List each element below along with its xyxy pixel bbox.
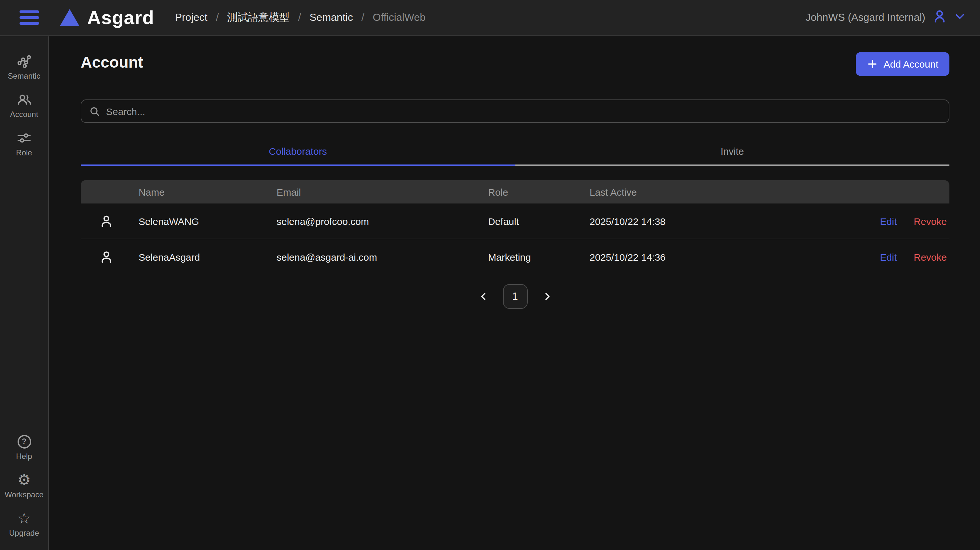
- sidebar-item-account[interactable]: Account: [0, 86, 48, 125]
- help-icon: ?: [17, 434, 31, 449]
- breadcrumb-item-semantic[interactable]: Semantic: [309, 12, 353, 24]
- sidebar-label-upgrade: Upgrade: [9, 529, 39, 538]
- sidebar-label-workspace: Workspace: [5, 490, 44, 499]
- column-header-email: Email: [277, 186, 488, 197]
- accounts-table: Name Email Role Last Active SelenaWANG s…: [81, 180, 950, 275]
- table-row: SelenaWANG selena@profcoo.com Default 20…: [81, 203, 950, 239]
- breadcrumb: Project / 測試語意模型 / Semantic / OfficialWe…: [175, 11, 426, 24]
- breadcrumb-item-officialweb: OfficialWeb: [373, 12, 426, 24]
- sidebar-label-account: Account: [10, 110, 38, 119]
- cell-role: Default: [488, 216, 590, 227]
- plus-icon: [867, 59, 878, 70]
- cell-name: SelenaWANG: [138, 216, 277, 227]
- sidebar-item-role[interactable]: Role: [0, 125, 48, 163]
- sidebar-item-semantic[interactable]: Semantic: [0, 48, 48, 86]
- brand[interactable]: Asgard: [60, 7, 154, 28]
- user-menu[interactable]: JohnWS (Asgard Internal): [806, 8, 966, 27]
- cell-last-active: 2025/10/22 14:38: [590, 216, 865, 227]
- asgard-logo-icon: [60, 9, 80, 26]
- star-icon: ☆: [17, 510, 30, 526]
- search-box: [81, 100, 950, 123]
- chevron-down-icon[interactable]: [954, 10, 966, 25]
- user-icon: [932, 8, 947, 27]
- people-icon: [16, 92, 32, 107]
- page-number-button[interactable]: 1: [503, 284, 527, 309]
- next-page-icon[interactable]: [542, 291, 552, 302]
- user-label: JohnWS (Asgard Internal): [806, 12, 925, 24]
- topbar: Asgard Project / 測試語意模型 / Semantic / Off…: [0, 0, 980, 36]
- breadcrumb-item-project[interactable]: Project: [175, 12, 208, 24]
- app-root: Asgard Project / 測試語意模型 / Semantic / Off…: [0, 0, 980, 550]
- sidebar-bottom-group: ? Help ⚙ Workspace ☆ Upgrade: [0, 428, 48, 544]
- sliders-icon: [16, 130, 32, 146]
- column-header-last-active: Last Active: [590, 186, 865, 197]
- sidebar-label-semantic: Semantic: [8, 71, 40, 81]
- search-icon: [89, 106, 100, 117]
- cell-last-active: 2025/10/22 14:36: [590, 252, 865, 263]
- column-header-role: Role: [488, 186, 590, 197]
- breadcrumb-separator: /: [298, 12, 301, 24]
- tab-invite[interactable]: Invite: [515, 140, 950, 166]
- graph-network-icon: [16, 53, 32, 69]
- user-avatar-icon: [81, 214, 138, 228]
- cell-role: Marketing: [488, 252, 590, 263]
- sidebar-item-workspace[interactable]: ⚙ Workspace: [0, 467, 48, 505]
- table-header-row: Name Email Role Last Active: [81, 180, 950, 203]
- breadcrumb-item-model[interactable]: 測試語意模型: [227, 11, 290, 24]
- edit-link[interactable]: Edit: [880, 216, 897, 227]
- sidebar: Semantic Account Role: [0, 36, 49, 550]
- revoke-link[interactable]: Revoke: [914, 252, 947, 263]
- cell-email: selena@asgard-ai.com: [277, 252, 488, 263]
- user-avatar-icon: [81, 250, 138, 265]
- main-content: Account Add Account Collaborators Invite: [49, 36, 980, 550]
- tab-bar: Collaborators Invite: [81, 140, 950, 166]
- search-input[interactable]: [106, 106, 941, 117]
- edit-link[interactable]: Edit: [880, 252, 897, 263]
- brand-name: Asgard: [87, 7, 154, 28]
- breadcrumb-separator: /: [361, 12, 364, 24]
- cell-email: selena@profcoo.com: [277, 216, 488, 227]
- tab-collaborators[interactable]: Collaborators: [81, 140, 515, 166]
- add-account-button-label: Add Account: [884, 59, 939, 70]
- sidebar-item-upgrade[interactable]: ☆ Upgrade: [0, 505, 48, 544]
- sidebar-label-role: Role: [16, 148, 32, 157]
- sidebar-label-help: Help: [16, 452, 32, 461]
- cell-name: SelenaAsgard: [138, 252, 277, 263]
- sidebar-item-help[interactable]: ? Help: [0, 428, 48, 467]
- revoke-link[interactable]: Revoke: [914, 216, 947, 227]
- previous-page-icon[interactable]: [478, 291, 488, 302]
- menu-icon[interactable]: [19, 10, 39, 25]
- column-header-name: Name: [138, 186, 277, 197]
- breadcrumb-separator: /: [216, 12, 219, 24]
- pagination: 1: [81, 284, 950, 309]
- table-row: SelenaAsgard selena@asgard-ai.com Market…: [81, 239, 950, 275]
- gear-icon: ⚙: [17, 472, 30, 488]
- sidebar-top-group: Semantic Account Role: [0, 48, 48, 163]
- page-title: Account: [81, 53, 143, 71]
- add-account-button[interactable]: Add Account: [856, 52, 950, 76]
